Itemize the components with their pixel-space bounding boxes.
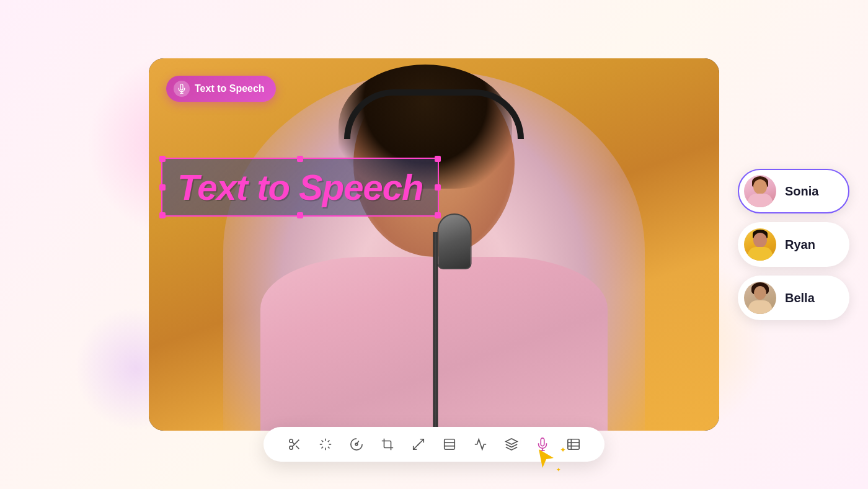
video-frame: Text to Speech Text to Speech [149,58,719,431]
effects-icon[interactable] [317,436,334,453]
voice-name-sonia: Sonia [785,184,818,199]
main-container: Text to Speech Text to Speech [37,21,831,468]
voice-avatar-bella [744,282,776,314]
tts-badge-icon [174,81,190,97]
handle-middle-right[interactable] [435,184,441,191]
cursor: ✦ ✦ [536,449,555,468]
cursor-star-2: ✦ [556,467,561,473]
svg-point-2 [290,439,293,443]
speed-icon[interactable] [348,436,365,453]
handle-bottom-left[interactable] [159,212,166,218]
svg-line-10 [328,447,330,449]
tts-badge[interactable]: Text to Speech [166,76,276,102]
voice-card-ryan[interactable]: Ryan [738,222,849,267]
mic-head [438,213,472,269]
trim-icon[interactable] [565,436,582,453]
voice-name-bella: Bella [785,291,815,305]
voice-card-bella[interactable]: Bella [738,276,849,320]
toolbar-container: ✦ ✦ [264,427,604,462]
voice-avatar-sonia [744,175,776,207]
flip-icon[interactable] [410,436,427,453]
cursor-arrow-icon [536,449,556,472]
handle-top-left[interactable] [159,156,166,162]
svg-line-14 [328,441,330,442]
voice-panel: Sonia Ryan [738,169,849,320]
layers-icon[interactable] [503,436,520,453]
audio-icon[interactable] [472,436,489,453]
overlay-text-box[interactable]: Text to Speech [161,158,439,217]
handle-bottom-middle[interactable] [297,212,303,218]
overlay-text: Text to Speech [177,166,423,208]
voice-avatar-ryan [744,228,776,261]
crop-icon[interactable] [379,436,396,453]
svg-line-6 [292,442,294,444]
video-content: Text to Speech Text to Speech [149,58,719,431]
overlay-text-container[interactable]: Text to Speech [161,158,439,217]
tts-badge-label: Text to Speech [195,83,265,94]
handle-bottom-right[interactable] [435,212,441,218]
voice-name-ryan: Ryan [785,238,815,252]
svg-marker-25 [539,449,554,468]
svg-line-9 [322,441,324,442]
headphones [344,89,524,139]
handle-top-middle[interactable] [297,156,303,162]
cursor-star-1: ✦ [560,446,566,454]
filter-icon[interactable] [441,436,458,453]
svg-line-13 [322,447,324,449]
voice-card-sonia[interactable]: Sonia [738,169,849,213]
handle-top-right[interactable] [435,156,441,162]
svg-line-5 [296,446,299,449]
svg-point-3 [290,446,293,450]
scissors-icon[interactable] [286,436,303,453]
svg-rect-21 [568,439,579,450]
svg-rect-16 [445,439,455,450]
cursor-container: ✦ ✦ [536,449,555,468]
video-background: Text to Speech Text to Speech [149,58,719,431]
handle-middle-left[interactable] [159,184,166,191]
